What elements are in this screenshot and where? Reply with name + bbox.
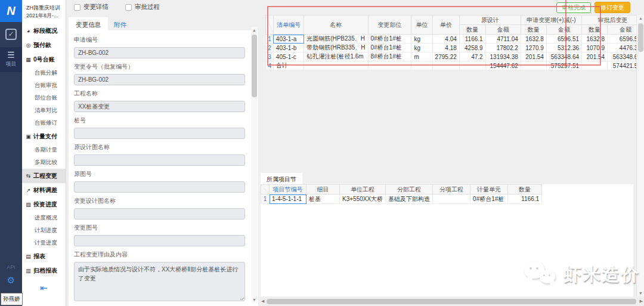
tasks-check-icon[interactable]: ✓: [5, 29, 17, 40]
cell-part[interactable]: 0#桥台1#桩: [368, 35, 411, 44]
group-header-approved: 审批后变更: [582, 16, 644, 25]
col-header-node-code[interactable]: 项目节编号: [270, 185, 306, 194]
cell-req-amt[interactable]: 6596.51: [546, 35, 581, 44]
scroll-down-icon[interactable]: ▼: [251, 298, 258, 302]
cell-unit[interactable]: kg: [411, 44, 432, 52]
resize-grip-icon[interactable]: [240, 296, 244, 300]
cell-name[interactable]: 钻孔灌注桩(桩径1.6m: [304, 52, 368, 61]
cell-code[interactable]: 405-1-c: [273, 52, 304, 61]
sidebar-item-engineering-change[interactable]: ⇆工程变更: [22, 169, 66, 183]
user-name-badge[interactable]: 孙燕娇: [1, 293, 23, 305]
sidebar-item-period-measure[interactable]: 各期计量: [22, 144, 66, 156]
settings-gear-icon[interactable]: ⚙: [0, 275, 22, 286]
sidebar-item-ledger-approval[interactable]: 台账审批: [22, 79, 66, 92]
rail-item-project[interactable]: ☰ 项目: [0, 47, 22, 72]
sidebar-item-ledger-revision[interactable]: 台账修订: [22, 117, 66, 129]
change-drawing-number-field[interactable]: [74, 235, 245, 246]
app-logo[interactable]: N: [0, 0, 22, 22]
field-label: 工程名称: [74, 89, 245, 98]
cell-req-qty[interactable]: 201.54: [521, 52, 546, 61]
change-order-number-field[interactable]: ZH-BG-002: [74, 74, 245, 85]
sidebar-item-measure-progress[interactable]: 计量进度: [22, 237, 66, 249]
checkbox-box[interactable]: [125, 4, 132, 11]
cell-req-amt[interactable]: 5312.36: [546, 44, 581, 52]
review-done-button[interactable]: 审核完成: [556, 2, 591, 13]
scroll-up-icon[interactable]: ▲: [251, 28, 258, 32]
table-corner-cell: [266, 16, 274, 35]
cell-division[interactable]: 基础及下部构造: [386, 194, 433, 204]
scrollbar-thumb[interactable]: [252, 35, 257, 97]
cell-qty[interactable]: 1166.1: [508, 194, 542, 204]
sidebar-item-investment-progress[interactable]: ▨投资进度: [22, 197, 66, 212]
cell-unit[interactable]: kg: [411, 35, 432, 44]
scrollbar-thumb[interactable]: [267, 299, 636, 304]
right-scrollbar[interactable]: ▲ ▼: [636, 15, 644, 296]
approval-process-checkbox[interactable]: 审批过程: [125, 3, 160, 11]
change-info-form: 申请编号 ZH-BG-002 变更令号（批复编号） ZH-BG-002 工程名称…: [69, 30, 258, 306]
sidebar-item-material-adjust[interactable]: ↗材料调差: [22, 183, 66, 197]
cell-code[interactable]: 403-1-a: [273, 35, 304, 44]
scroll-up-icon[interactable]: ▲: [637, 16, 644, 20]
original-drawing-number-field[interactable]: [74, 181, 245, 193]
cell-req-amt[interactable]: 563348.64: [546, 52, 581, 61]
cell-orig-qty[interactable]: 1166.1: [459, 35, 485, 44]
row-number: 1: [261, 194, 270, 204]
cell-name[interactable]: 光圆钢筋(HPB235、H: [304, 35, 368, 44]
cell-orig-amt[interactable]: 17802.2: [485, 44, 521, 52]
sidebar-item-ledger0[interactable]: ▦0号台账: [22, 52, 66, 67]
change-drawing-name-field[interactable]: [74, 208, 245, 220]
change-detail-checkbox[interactable]: 变更详情: [74, 3, 109, 11]
sidebar-item-report[interactable]: ▤报表: [22, 249, 66, 264]
sidebar-item-archive-report[interactable]: ▥归档报表: [22, 264, 66, 278]
col-header-item: 细目: [306, 185, 340, 194]
stake-number-field[interactable]: [74, 128, 245, 139]
cell-part[interactable]: 0#桥台1#桩: [368, 44, 411, 52]
cell-subdivision[interactable]: [433, 194, 470, 204]
form-scrollbar[interactable]: ▲ ▼: [251, 27, 258, 303]
cell-orig-amt[interactable]: 131934.38: [485, 52, 521, 61]
sidebar-item-progress-overview[interactable]: 进度概况: [22, 212, 66, 224]
scroll-right-icon[interactable]: ▶: [640, 299, 643, 304]
cell-orig-qty[interactable]: 47.2: [459, 52, 485, 61]
cell-item[interactable]: 桩基: [306, 194, 340, 204]
cell-node-code[interactable]: 1-4-5-1-1-1: [270, 194, 306, 204]
cell-unit[interactable]: m: [411, 52, 432, 61]
cell-orig-amt[interactable]: 4711.04: [485, 35, 521, 44]
col-header-code[interactable]: 清单编号: [273, 16, 304, 35]
sidebar-item-prepayment[interactable]: ◎预付款: [22, 38, 66, 52]
scroll-down-icon[interactable]: ▼: [637, 291, 644, 295]
row-number: 1: [266, 35, 274, 44]
cell-price[interactable]: 2795.22: [432, 52, 459, 61]
horizontal-scrollbar[interactable]: ◀ ▶: [261, 298, 644, 305]
original-drawing-name-field[interactable]: [74, 154, 245, 166]
cell-name[interactable]: 带肋钢筋(HRB335、H: [304, 44, 368, 52]
scroll-left-icon[interactable]: ◀: [261, 299, 264, 304]
cell-price[interactable]: 4.04: [432, 35, 459, 44]
cell-appr-qty[interactable]: 201.54: [582, 52, 608, 61]
apply-number-field[interactable]: ZH-BG-002: [74, 47, 245, 58]
cell-measure-unit[interactable]: 0#桥台1#桩: [470, 194, 508, 204]
cell-price[interactable]: 4.18: [432, 44, 459, 52]
cell-orig-qty[interactable]: 4258.9: [459, 44, 485, 52]
checkbox-box[interactable]: [74, 4, 80, 11]
sidebar-collapse-icon[interactable]: ⇤: [22, 283, 66, 293]
cell-req-qty[interactable]: 1632.8: [521, 35, 546, 44]
cell-code[interactable]: 403-1-b: [273, 44, 304, 52]
change-reason-textarea[interactable]: 由于实际地质情况与设计不符，XX大桥桥Ⅱ部分桩基桩长进行了变更: [74, 262, 245, 301]
scrollbar-thumb[interactable]: [638, 23, 643, 52]
sidebar-item-plan-progress[interactable]: 计划进度: [22, 224, 66, 237]
cell-appr-qty[interactable]: 1070.9: [582, 44, 608, 52]
project-name-field[interactable]: XX桩基变更: [74, 101, 245, 112]
sidebar-item-list-compare[interactable]: 清单对比: [22, 104, 66, 117]
col-header-subdivision: 分项工程: [433, 185, 470, 194]
revise-change-button[interactable]: 修订变更: [595, 2, 630, 13]
cell-part[interactable]: 8#桥台1#桩: [368, 52, 411, 61]
cell-req-qty[interactable]: 1270.9: [521, 44, 546, 52]
sidebar-item-multi-period-compare[interactable]: 多期比较: [22, 156, 66, 169]
sidebar-item-part-ledger[interactable]: 部位台账: [22, 92, 66, 104]
sidebar-item-overview[interactable]: ◕标段概况: [22, 24, 66, 38]
sidebar-item-ledger-breakdown[interactable]: 台账分解: [22, 67, 66, 79]
cell-appr-qty[interactable]: 1632.8: [582, 35, 608, 44]
cell-unit-project[interactable]: K3+550XX大桥: [340, 194, 386, 204]
sidebar-item-measure-pay[interactable]: ▣计量支付: [22, 129, 66, 144]
